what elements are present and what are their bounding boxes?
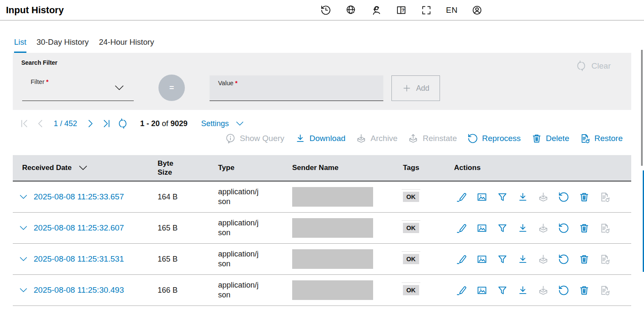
operator-badge: = xyxy=(158,75,185,101)
chevron-down-icon xyxy=(19,256,28,262)
row-download-button[interactable] xyxy=(517,254,529,265)
globe-icon[interactable] xyxy=(345,5,356,16)
row-delete-button[interactable] xyxy=(578,285,590,296)
language-switch[interactable]: EN xyxy=(446,6,457,15)
column-header-byte-size: Byte Size xyxy=(158,159,218,177)
clear-button[interactable]: Clear xyxy=(573,60,613,72)
row-preview-button[interactable] xyxy=(476,191,488,203)
history-icon[interactable] xyxy=(320,5,331,16)
previous-page-button[interactable] xyxy=(35,118,46,129)
row-reprocess-button[interactable] xyxy=(558,254,569,265)
row-restore-button[interactable] xyxy=(599,254,610,265)
status-badge: OK xyxy=(403,254,419,264)
delete-button[interactable]: Delete xyxy=(531,133,569,144)
row-preview-button[interactable] xyxy=(476,254,488,265)
row-archive-button[interactable] xyxy=(538,285,549,296)
archive-icon xyxy=(356,133,367,144)
row-archive-button[interactable] xyxy=(538,222,549,234)
row-archive-button[interactable] xyxy=(538,254,549,265)
row-edit-button[interactable] xyxy=(456,285,467,296)
action-toolbar: Show Query Download Archive Reinstate Re… xyxy=(0,131,623,146)
row-archive-button[interactable] xyxy=(538,191,549,203)
plus-icon xyxy=(402,84,411,93)
sender-name-redacted xyxy=(292,218,373,238)
tab-list[interactable]: List xyxy=(14,37,26,53)
rotate-ccw-icon xyxy=(467,133,478,144)
row-expand-button[interactable] xyxy=(19,193,28,200)
row-delete-button[interactable] xyxy=(578,191,590,203)
filter-select[interactable]: Filter * xyxy=(22,75,134,101)
rotate-ccw-icon xyxy=(558,254,569,265)
page-scrollbar-thumb[interactable] xyxy=(641,50,643,166)
top-bar: Input History EN xyxy=(0,0,644,20)
row-download-button[interactable] xyxy=(517,285,529,296)
unarchive-icon xyxy=(408,133,419,144)
received-date-link[interactable]: 2025-08-08 11:25:32.607 xyxy=(34,223,124,233)
row-reprocess-button[interactable] xyxy=(558,285,569,296)
row-filter-button[interactable] xyxy=(497,254,508,265)
byte-size-cell: 164 B xyxy=(158,193,218,202)
funnel-icon xyxy=(497,285,508,296)
trash-icon xyxy=(578,222,590,234)
download-icon xyxy=(517,222,529,234)
row-reprocess-button[interactable] xyxy=(558,191,569,203)
last-page-button[interactable] xyxy=(101,118,112,129)
fullscreen-icon[interactable] xyxy=(421,5,432,16)
help-book-icon[interactable] xyxy=(396,5,407,16)
row-delete-button[interactable] xyxy=(578,254,590,265)
page-indicator[interactable]: 1 / 452 xyxy=(54,119,77,128)
row-expand-button[interactable] xyxy=(19,256,28,262)
row-expand-button[interactable] xyxy=(19,225,28,231)
user-icon[interactable] xyxy=(472,5,483,16)
column-header-received-date[interactable]: Received Date xyxy=(13,164,158,172)
row-restore-button[interactable] xyxy=(599,191,610,203)
settings-link[interactable]: Settings xyxy=(201,119,244,128)
received-date-link[interactable]: 2025-08-08 11:25:31.531 xyxy=(34,254,124,264)
row-restore-button[interactable] xyxy=(599,222,610,234)
reinstate-button[interactable]: Reinstate xyxy=(408,133,457,144)
tab-30-day-history[interactable]: 30-Day History xyxy=(37,37,89,53)
received-date-link[interactable]: 2025-08-08 11:25:33.657 xyxy=(34,192,124,202)
status-badge: OK xyxy=(403,285,419,295)
chevron-down-icon xyxy=(19,225,28,231)
archive-button[interactable]: Archive xyxy=(356,133,397,144)
show-query-button[interactable]: Show Query xyxy=(225,133,285,144)
received-date-link[interactable]: 2025-08-08 11:25:30.493 xyxy=(34,285,124,295)
column-header-actions: Actions xyxy=(454,164,631,172)
archive-icon xyxy=(538,222,549,234)
restore-button[interactable]: Restore xyxy=(579,133,623,144)
next-page-button[interactable] xyxy=(85,118,96,129)
row-edit-button[interactable] xyxy=(456,191,467,203)
table-row: 2025-08-08 11:25:32.607 165 B applicatio… xyxy=(13,213,631,244)
support-icon[interactable] xyxy=(371,5,382,16)
value-input[interactable]: Value * xyxy=(210,75,383,101)
row-preview-button[interactable] xyxy=(476,285,488,296)
sender-name-redacted xyxy=(292,187,373,207)
row-filter-button[interactable] xyxy=(497,222,508,234)
add-button[interactable]: Add xyxy=(391,75,440,101)
row-edit-button[interactable] xyxy=(456,254,467,265)
trash-icon xyxy=(531,133,542,144)
row-download-button[interactable] xyxy=(517,191,529,203)
first-page-button[interactable] xyxy=(19,118,30,129)
download-icon xyxy=(295,133,306,144)
required-marker: * xyxy=(46,78,49,85)
row-preview-button[interactable] xyxy=(476,222,488,234)
row-edit-button[interactable] xyxy=(456,222,467,234)
chevron-down-icon xyxy=(114,84,124,92)
row-delete-button[interactable] xyxy=(578,222,590,234)
download-button[interactable]: Download xyxy=(295,133,346,144)
trash-icon xyxy=(578,191,590,203)
row-filter-button[interactable] xyxy=(497,285,508,296)
reload-button[interactable] xyxy=(117,118,128,129)
row-reprocess-button[interactable] xyxy=(558,222,569,234)
sort-chevron-icon[interactable] xyxy=(78,164,88,171)
row-filter-button[interactable] xyxy=(497,191,508,203)
tab-24-hour-history[interactable]: 24-Hour History xyxy=(99,37,154,53)
row-expand-button[interactable] xyxy=(19,287,28,294)
row-download-button[interactable] xyxy=(517,222,529,234)
image-icon xyxy=(476,285,488,296)
row-restore-button[interactable] xyxy=(599,285,610,296)
reprocess-button[interactable]: Reprocess xyxy=(467,133,521,144)
search-filter-panel: Search Filter Filter * = Value * Add Cle… xyxy=(13,53,631,110)
